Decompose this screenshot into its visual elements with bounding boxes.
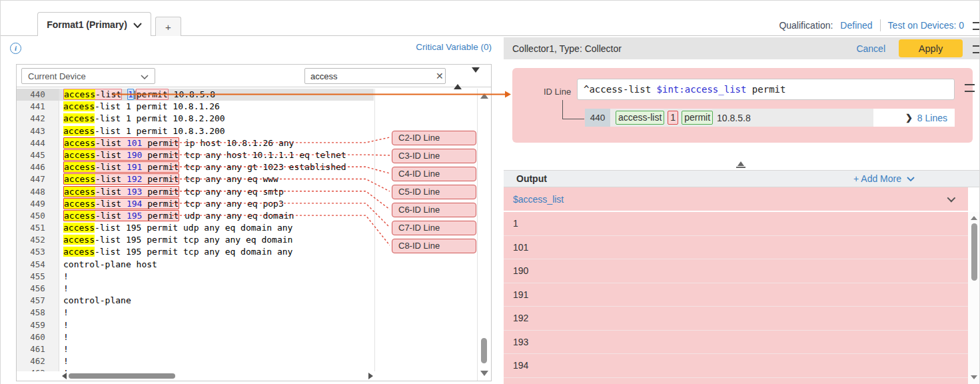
line-content: access-list 190 permit tcp any host 10.1… <box>59 149 346 161</box>
match-token-green: access-list <box>616 111 664 125</box>
scroll-up-icon[interactable] <box>971 216 977 220</box>
app-window: Format1 (Primary) + Qualification: Defin… <box>0 0 980 384</box>
scroll-down-icon[interactable] <box>971 375 977 379</box>
output-value-row[interactable]: 190 <box>504 259 968 283</box>
search-highlight: access <box>63 126 95 136</box>
add-tab-button[interactable]: + <box>155 17 181 36</box>
output-value-row[interactable]: 192 <box>504 307 968 331</box>
pattern-suffix: permit <box>746 84 785 95</box>
clear-search-icon[interactable]: ✕ <box>433 71 449 81</box>
output-value-row[interactable]: 1 <box>504 212 968 236</box>
scroll-up-icon[interactable] <box>480 93 488 99</box>
horizontal-scroll-thumb[interactable] <box>69 373 175 379</box>
chevron-down-icon <box>133 19 142 30</box>
id-line-label: ID Line <box>544 87 571 97</box>
id-line-annotation-chip: C4-ID Line <box>392 167 476 181</box>
line-number: 444 <box>17 137 59 149</box>
scroll-right-icon[interactable] <box>368 373 373 379</box>
line-content: access-list 195 permit udp any eq domain… <box>59 222 292 234</box>
chevron-down-icon <box>141 71 149 81</box>
line-content: ! <box>59 331 69 343</box>
plus-icon: + <box>165 21 171 33</box>
output-variable-row[interactable]: $access_list <box>504 187 968 212</box>
output-value-row[interactable]: 101 <box>504 236 968 260</box>
id-line-annotation-chip: C8-ID Line <box>392 239 476 253</box>
code-area-divider <box>374 89 375 371</box>
line-number: 456 <box>17 283 59 295</box>
id-line-match-box: access-list 191 permit <box>63 161 179 173</box>
code-line[interactable]: 440access-list 1permit 10.8.5.8 <box>17 89 477 101</box>
add-more-button[interactable]: + Add More <box>853 173 915 184</box>
code-line[interactable]: 461! <box>17 343 477 355</box>
test-on-devices-link[interactable]: Test on Devices: 0 <box>888 20 964 31</box>
output-scroll-thumb[interactable] <box>971 223 977 281</box>
search-highlight: access <box>64 150 95 160</box>
code-line[interactable]: 460! <box>17 331 477 343</box>
tab-format1-primary[interactable]: Format1 (Primary) <box>37 12 151 36</box>
line-content: ! <box>59 355 69 367</box>
code-line[interactable]: 454control-plane host <box>17 259 477 271</box>
code-line[interactable]: 455! <box>17 271 477 283</box>
line-content: access-list 195 permit tcp any eq domain… <box>59 246 292 258</box>
id-line-annotation-chip: C3-ID Line <box>392 149 476 163</box>
lines-count-link: 8 Lines <box>917 113 947 123</box>
code-line[interactable]: 459! <box>17 319 477 331</box>
matched-line-tokens: access-list1permit10.8.5.8 <box>610 109 873 127</box>
add-more-label: + Add More <box>853 173 901 184</box>
editor-horizontal-scrollbar[interactable] <box>60 371 375 381</box>
id-line-match-box: access-list 195 permit <box>63 210 179 221</box>
search-highlight: access <box>64 162 95 172</box>
find-next-button[interactable] <box>472 73 480 85</box>
cancel-button[interactable]: Cancel <box>856 43 885 54</box>
code-line[interactable]: 441access-list 1 permit 10.8.1.26 <box>17 101 477 113</box>
config-editor: Current Device ✕ 440access-list 1permit … <box>16 64 492 381</box>
matched-line-row[interactable]: 440 access-list1permit10.8.5.8 ❯ 8 Lines <box>585 109 955 127</box>
line-content: access-list 1 permit 10.8.3.200 <box>59 125 225 137</box>
critical-variable-link[interactable]: Critical Variable (0) <box>16 42 492 52</box>
output-value-row-partial <box>504 378 968 384</box>
output-header: Output + Add More <box>504 170 980 187</box>
code-line[interactable]: 457control-plane <box>17 295 477 307</box>
collapse-panel-button[interactable] <box>734 161 748 170</box>
scroll-down-icon[interactable] <box>480 371 488 376</box>
line-number: 447 <box>17 173 59 185</box>
output-title: Output <box>504 173 853 184</box>
code-line[interactable]: 462! <box>17 355 477 367</box>
output-value-row[interactable]: 194 <box>504 354 968 378</box>
line-content: access-list 101 permit ip host 10.8.1.26… <box>59 137 294 149</box>
line-number: 443 <box>17 125 59 137</box>
id-line-pattern-input[interactable]: ^access-list $int:access_list permit <box>577 79 955 100</box>
search-highlight: access <box>64 138 95 148</box>
editor-vertical-scrollbar[interactable] <box>477 89 491 381</box>
acl-number: 195 <box>127 211 142 221</box>
triangle-up-icon <box>454 73 462 89</box>
match-token-red: 1 <box>668 111 678 125</box>
search-input[interactable] <box>305 71 433 81</box>
find-previous-button[interactable] <box>454 73 462 85</box>
apply-button[interactable]: Apply <box>899 39 963 57</box>
output-value-row[interactable]: 191 <box>504 283 968 307</box>
scroll-left-icon[interactable] <box>62 373 67 379</box>
line-content: access-list 194 permit tcp any any eq po… <box>59 198 284 210</box>
line-content: access-list 191 permit tcp any any gt 10… <box>59 161 346 173</box>
line-content: access-list 1 permit 10.8.1.26 <box>59 101 220 113</box>
line-number: 463 <box>17 367 59 371</box>
collapse-triangle-icon <box>737 161 744 166</box>
code-line[interactable]: 456! <box>17 283 477 295</box>
acl-number: 192 <box>127 174 142 184</box>
line-content: control-plane host <box>59 259 157 271</box>
line-content: access-list 195 permit udp any any eq do… <box>59 210 294 222</box>
device-select[interactable]: Current Device <box>21 68 155 84</box>
code-line[interactable]: 458! <box>17 307 477 319</box>
text-caret <box>135 91 135 99</box>
output-value-row[interactable]: 193 <box>504 331 968 355</box>
code-line[interactable]: 442access-list 1 permit 10.8.2.200 <box>17 113 477 125</box>
acl-number: 193 <box>127 187 142 197</box>
expand-lines-button[interactable]: ❯ 8 Lines <box>873 109 955 127</box>
vertical-scroll-thumb[interactable] <box>481 338 487 363</box>
qualification-value-link[interactable]: Defined <box>840 20 872 31</box>
output-scrollbar[interactable] <box>968 212 980 384</box>
line-content: ! <box>59 283 69 295</box>
pattern-variable: $int:access_list <box>657 84 747 95</box>
menu-icon[interactable] <box>971 23 974 28</box>
